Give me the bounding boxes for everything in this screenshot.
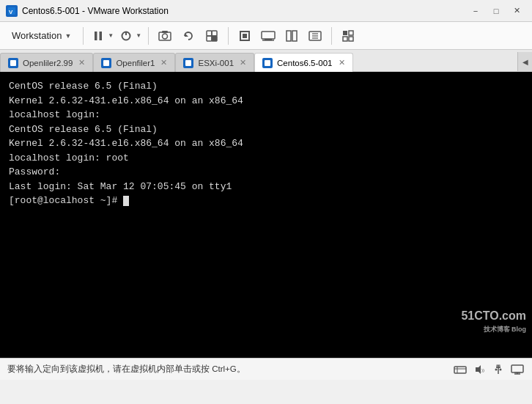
svg-rect-2	[95, 32, 97, 40]
power-dropdown[interactable]: ▼	[135, 26, 142, 46]
tab-esxi001[interactable]: ESXi-001 ✕	[175, 53, 254, 72]
svg-rect-33	[454, 367, 466, 373]
usb-status-icon	[491, 362, 506, 377]
svg-rect-31	[185, 60, 191, 66]
expand-button[interactable]	[338, 26, 358, 46]
terminal-line: localhost login: root	[9, 151, 523, 166]
svg-rect-28	[349, 37, 353, 41]
status-icons: ))))	[453, 362, 525, 377]
vm-settings-button[interactable]	[258, 26, 278, 46]
maximize-button[interactable]: □	[487, 4, 506, 18]
pause-dropdown[interactable]: ▼	[107, 26, 114, 46]
tab-centos651[interactable]: Centos6.5-001 ✕	[254, 53, 352, 72]
toolbar: Workstation ▼ ▼ ▼	[0, 22, 532, 50]
power-button[interactable]	[117, 26, 135, 46]
toolbar-separator-1	[83, 27, 84, 45]
app-icon: V	[6, 5, 18, 17]
svg-rect-25	[343, 31, 347, 35]
terminal-line: Password:	[9, 165, 523, 180]
svg-rect-43	[511, 365, 523, 372]
status-message: 要将输入定向到该虚拟机，请在虚拟机内部单击或按 Ctrl+G。	[7, 364, 245, 375]
tab-label-esxi001: ESXi-001	[198, 59, 234, 67]
tab-close-centos651[interactable]: ✕	[339, 58, 345, 67]
watermark-subtitle: 技术博客 Blog	[461, 325, 526, 335]
svg-rect-12	[207, 36, 212, 41]
revert-button[interactable]	[178, 26, 199, 46]
svg-rect-32	[265, 60, 270, 66]
tabs-scroll-button[interactable]: ◀	[517, 52, 532, 71]
view-button[interactable]	[281, 26, 302, 46]
svg-text:V: V	[9, 9, 13, 15]
svg-rect-29	[10, 60, 16, 66]
tab-icon-openfiler1	[101, 58, 111, 68]
pause-group: ▼	[89, 26, 114, 46]
svg-marker-9	[185, 33, 188, 37]
workstation-button[interactable]: Workstation ▼	[6, 27, 77, 44]
terminal-line: Kernel 2.6.32-431.el6.x86_64 on an x86_6…	[9, 94, 523, 109]
terminal-line: Last login: Sat Mar 12 07:05:45 on tty1	[9, 180, 523, 194]
workstation-menu[interactable]: Workstation ▼	[6, 27, 77, 44]
terminal-line: Kernel 2.6.32-431.el6.x86_64 on an x86_6…	[9, 136, 523, 151]
tab-label-openfiler1: Openfiler1	[116, 59, 155, 67]
terminal-line: CentOS release 6.5 (Final)	[9, 79, 523, 94]
svg-rect-8	[162, 31, 168, 33]
pause-button[interactable]	[89, 26, 107, 46]
tab-openfiler1[interactable]: Openfiler1 ✕	[93, 53, 175, 72]
power-group: ▼	[117, 26, 142, 46]
terminal[interactable]: CentOS release 6.5 (Final)Kernel 2.6.32-…	[0, 72, 532, 358]
window-controls: − □ ✕	[466, 4, 526, 18]
svg-rect-26	[349, 31, 353, 35]
watermark: 51CTO.com 技术博客 Blog	[461, 307, 526, 335]
svg-point-42	[500, 368, 502, 370]
stretch-button[interactable]	[305, 26, 325, 46]
status-bar: 要将输入定向到该虚拟机，请在虚拟机内部单击或按 Ctrl+G。 ))))	[0, 358, 532, 380]
toolbar-separator-2	[148, 27, 149, 45]
svg-rect-30	[103, 60, 109, 66]
watermark-site: 51CTO.com	[461, 307, 526, 325]
terminal-content: CentOS release 6.5 (Final)Kernel 2.6.32-…	[9, 79, 523, 208]
title-bar: V Centos6.5-001 - VMware Workstation − □…	[0, 0, 532, 22]
workstation-label: Workstation	[12, 30, 62, 41]
tab-close-openliler2[interactable]: ✕	[78, 58, 85, 67]
svg-rect-19	[287, 31, 291, 41]
svg-rect-16	[262, 32, 275, 39]
tab-close-openfiler1[interactable]: ✕	[160, 58, 167, 67]
terminal-line: [root@localhost ~]#	[9, 194, 523, 208]
snapshot-manager-button[interactable]	[202, 26, 222, 46]
svg-rect-11	[212, 31, 217, 36]
tab-icon-openliler2	[8, 58, 18, 68]
svg-marker-36	[476, 365, 481, 374]
svg-rect-3	[100, 32, 103, 40]
tab-close-esxi001[interactable]: ✕	[240, 58, 246, 67]
minimize-button[interactable]: −	[466, 4, 485, 18]
svg-text:)))): ))))	[481, 368, 484, 372]
svg-rect-15	[243, 34, 247, 38]
workstation-dropdown-arrow: ▼	[64, 32, 71, 40]
terminal-line: localhost login:	[9, 108, 523, 122]
window-title: Centos6.5-001 - VMware Workstation	[22, 6, 466, 16]
tab-icon-centos651	[262, 58, 273, 68]
display-status-icon	[510, 362, 525, 377]
svg-rect-27	[343, 37, 347, 41]
svg-point-41	[495, 368, 498, 370]
svg-rect-20	[292, 31, 297, 41]
svg-point-7	[163, 34, 168, 39]
network-status-icon	[453, 362, 468, 377]
toolbar-separator-4	[331, 27, 332, 45]
tab-label-openliler2: Openliler2.99	[23, 59, 73, 67]
tabs-bar: Openliler2.99 ✕ Openfiler1 ✕ ESXi-001 ✕ …	[0, 50, 532, 72]
sound-status-icon: ))))	[472, 362, 487, 377]
tab-label-centos651: Centos6.5-001	[277, 59, 332, 67]
toolbar-separator-3	[228, 27, 229, 45]
snapshot-button[interactable]	[155, 26, 175, 46]
tab-icon-esxi001	[183, 58, 193, 68]
terminal-cursor	[123, 196, 129, 206]
close-button[interactable]: ✕	[507, 4, 526, 18]
terminal-line: CentOS release 6.5 (Final)	[9, 122, 523, 137]
svg-rect-10	[207, 31, 212, 36]
fullscreen-button[interactable]	[234, 26, 255, 46]
tab-openliler2[interactable]: Openliler2.99 ✕	[0, 53, 93, 72]
svg-rect-13	[212, 36, 217, 41]
